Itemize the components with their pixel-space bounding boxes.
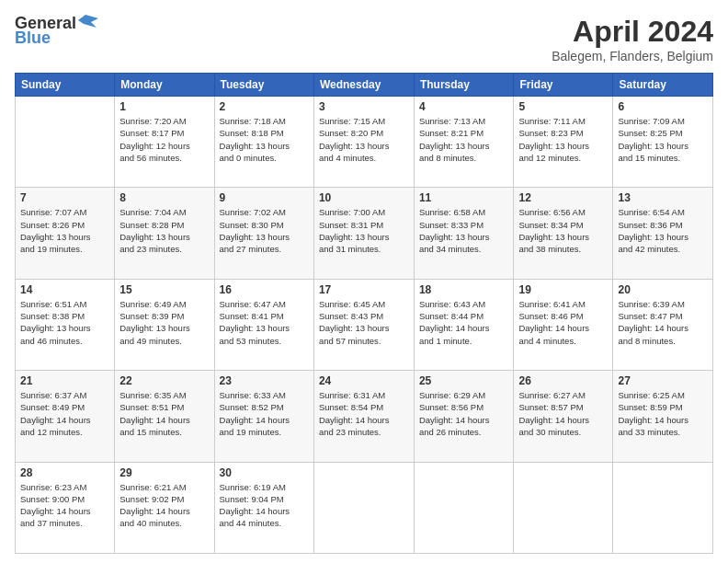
calendar-cell: 11Sunrise: 6:58 AM Sunset: 8:33 PM Dayli… <box>414 188 514 279</box>
day-info: Sunrise: 6:21 AM Sunset: 9:02 PM Dayligh… <box>119 481 209 530</box>
day-info: Sunrise: 7:09 AM Sunset: 8:25 PM Dayligh… <box>618 115 708 164</box>
day-number: 16 <box>220 283 309 296</box>
calendar-cell: 5Sunrise: 7:11 AM Sunset: 8:23 PM Daylig… <box>514 97 613 188</box>
calendar-cell: 1Sunrise: 7:20 AM Sunset: 8:17 PM Daylig… <box>115 97 214 188</box>
header: General Blue April 2024 Balegem, Flander… <box>15 15 713 63</box>
calendar-cell: 3Sunrise: 7:15 AM Sunset: 8:20 PM Daylig… <box>313 97 414 188</box>
weekday-header: Friday <box>514 74 613 97</box>
calendar-cell: 22Sunrise: 6:35 AM Sunset: 8:51 PM Dayli… <box>115 371 214 462</box>
day-info: Sunrise: 6:35 AM Sunset: 8:51 PM Dayligh… <box>119 389 209 438</box>
day-info: Sunrise: 6:58 AM Sunset: 8:33 PM Dayligh… <box>419 206 509 255</box>
day-number: 18 <box>419 283 509 296</box>
calendar-week-row: 21Sunrise: 6:37 AM Sunset: 8:49 PM Dayli… <box>16 371 713 462</box>
logo-text: General Blue <box>15 15 98 46</box>
day-number: 4 <box>419 100 509 113</box>
calendar-cell: 10Sunrise: 7:00 AM Sunset: 8:31 PM Dayli… <box>313 188 414 279</box>
day-info: Sunrise: 6:56 AM Sunset: 8:34 PM Dayligh… <box>518 206 608 255</box>
day-number: 20 <box>618 283 708 296</box>
logo: General Blue <box>15 15 98 46</box>
day-number: 9 <box>220 191 309 204</box>
calendar-cell: 27Sunrise: 6:25 AM Sunset: 8:59 PM Dayli… <box>613 371 713 462</box>
day-info: Sunrise: 7:11 AM Sunset: 8:23 PM Dayligh… <box>518 115 608 164</box>
calendar-cell: 7Sunrise: 7:07 AM Sunset: 8:26 PM Daylig… <box>16 188 115 279</box>
day-info: Sunrise: 6:54 AM Sunset: 8:36 PM Dayligh… <box>618 206 708 255</box>
day-info: Sunrise: 6:33 AM Sunset: 8:52 PM Dayligh… <box>220 389 309 438</box>
day-number: 29 <box>119 466 209 479</box>
day-info: Sunrise: 7:13 AM Sunset: 8:21 PM Dayligh… <box>419 115 509 164</box>
day-info: Sunrise: 7:07 AM Sunset: 8:26 PM Dayligh… <box>20 206 109 255</box>
day-number: 14 <box>20 283 109 296</box>
day-number: 28 <box>20 466 109 479</box>
calendar-cell: 16Sunrise: 6:47 AM Sunset: 8:41 PM Dayli… <box>214 279 313 370</box>
calendar-cell: 30Sunrise: 6:19 AM Sunset: 9:04 PM Dayli… <box>214 462 313 553</box>
day-info: Sunrise: 6:27 AM Sunset: 8:57 PM Dayligh… <box>518 389 608 438</box>
day-info: Sunrise: 7:04 AM Sunset: 8:28 PM Dayligh… <box>119 206 209 255</box>
weekday-header: Monday <box>115 74 214 97</box>
day-info: Sunrise: 6:43 AM Sunset: 8:44 PM Dayligh… <box>419 298 509 347</box>
calendar-cell: 25Sunrise: 6:29 AM Sunset: 8:56 PM Dayli… <box>414 371 514 462</box>
calendar-cell: 9Sunrise: 7:02 AM Sunset: 8:30 PM Daylig… <box>214 188 313 279</box>
day-info: Sunrise: 6:45 AM Sunset: 8:43 PM Dayligh… <box>319 298 409 347</box>
calendar-cell <box>414 462 514 553</box>
day-info: Sunrise: 6:37 AM Sunset: 8:49 PM Dayligh… <box>20 389 109 438</box>
calendar-cell: 12Sunrise: 6:56 AM Sunset: 8:34 PM Dayli… <box>514 188 613 279</box>
day-number: 8 <box>119 191 209 204</box>
day-number: 26 <box>518 374 608 387</box>
day-number: 19 <box>518 283 608 296</box>
day-info: Sunrise: 6:31 AM Sunset: 8:54 PM Dayligh… <box>319 389 409 438</box>
calendar-cell: 15Sunrise: 6:49 AM Sunset: 8:39 PM Dayli… <box>115 279 214 370</box>
day-number: 24 <box>319 374 409 387</box>
day-number: 17 <box>319 283 409 296</box>
weekday-header: Saturday <box>613 74 713 97</box>
day-number: 27 <box>618 374 708 387</box>
calendar-week-row: 1Sunrise: 7:20 AM Sunset: 8:17 PM Daylig… <box>16 97 713 188</box>
calendar-week-row: 28Sunrise: 6:23 AM Sunset: 9:00 PM Dayli… <box>16 462 713 553</box>
calendar-cell <box>514 462 613 553</box>
calendar-header-row: SundayMondayTuesdayWednesdayThursdayFrid… <box>16 74 713 97</box>
day-number: 12 <box>518 191 608 204</box>
calendar: SundayMondayTuesdayWednesdayThursdayFrid… <box>15 73 713 554</box>
day-info: Sunrise: 7:18 AM Sunset: 8:18 PM Dayligh… <box>220 115 309 164</box>
day-number: 21 <box>20 374 109 387</box>
logo-blue: Blue <box>15 29 98 46</box>
day-number: 6 <box>618 100 708 113</box>
month-title: April 2024 <box>552 15 713 49</box>
calendar-cell <box>613 462 713 553</box>
calendar-cell: 14Sunrise: 6:51 AM Sunset: 8:38 PM Dayli… <box>16 279 115 370</box>
title-block: April 2024 Balegem, Flanders, Belgium <box>552 15 713 63</box>
day-number: 15 <box>119 283 209 296</box>
day-info: Sunrise: 7:15 AM Sunset: 8:20 PM Dayligh… <box>319 115 409 164</box>
calendar-cell: 17Sunrise: 6:45 AM Sunset: 8:43 PM Dayli… <box>313 279 414 370</box>
calendar-cell <box>313 462 414 553</box>
day-info: Sunrise: 6:25 AM Sunset: 8:59 PM Dayligh… <box>618 389 708 438</box>
day-number: 13 <box>618 191 708 204</box>
calendar-week-row: 14Sunrise: 6:51 AM Sunset: 8:38 PM Dayli… <box>16 279 713 370</box>
day-number: 2 <box>220 100 309 113</box>
day-info: Sunrise: 7:00 AM Sunset: 8:31 PM Dayligh… <box>319 206 409 255</box>
day-number: 10 <box>319 191 409 204</box>
calendar-cell: 21Sunrise: 6:37 AM Sunset: 8:49 PM Dayli… <box>16 371 115 462</box>
calendar-cell: 4Sunrise: 7:13 AM Sunset: 8:21 PM Daylig… <box>414 97 514 188</box>
weekday-header: Sunday <box>16 74 115 97</box>
calendar-cell: 18Sunrise: 6:43 AM Sunset: 8:44 PM Dayli… <box>414 279 514 370</box>
day-info: Sunrise: 6:41 AM Sunset: 8:46 PM Dayligh… <box>518 298 608 347</box>
weekday-header: Thursday <box>414 74 514 97</box>
calendar-cell: 26Sunrise: 6:27 AM Sunset: 8:57 PM Dayli… <box>514 371 613 462</box>
page: General Blue April 2024 Balegem, Flander… <box>0 0 728 563</box>
day-info: Sunrise: 6:49 AM Sunset: 8:39 PM Dayligh… <box>119 298 209 347</box>
day-info: Sunrise: 7:20 AM Sunset: 8:17 PM Dayligh… <box>119 115 209 164</box>
calendar-cell: 29Sunrise: 6:21 AM Sunset: 9:02 PM Dayli… <box>115 462 214 553</box>
calendar-cell <box>16 97 115 188</box>
calendar-cell: 13Sunrise: 6:54 AM Sunset: 8:36 PM Dayli… <box>613 188 713 279</box>
calendar-cell: 23Sunrise: 6:33 AM Sunset: 8:52 PM Dayli… <box>214 371 313 462</box>
calendar-cell: 2Sunrise: 7:18 AM Sunset: 8:18 PM Daylig… <box>214 97 313 188</box>
day-number: 5 <box>518 100 608 113</box>
day-number: 1 <box>119 100 209 113</box>
calendar-week-row: 7Sunrise: 7:07 AM Sunset: 8:26 PM Daylig… <box>16 188 713 279</box>
day-info: Sunrise: 6:51 AM Sunset: 8:38 PM Dayligh… <box>20 298 109 347</box>
logo-bird-icon <box>78 11 98 31</box>
day-number: 11 <box>419 191 509 204</box>
day-info: Sunrise: 6:39 AM Sunset: 8:47 PM Dayligh… <box>618 298 708 347</box>
day-number: 22 <box>119 374 209 387</box>
calendar-cell: 8Sunrise: 7:04 AM Sunset: 8:28 PM Daylig… <box>115 188 214 279</box>
